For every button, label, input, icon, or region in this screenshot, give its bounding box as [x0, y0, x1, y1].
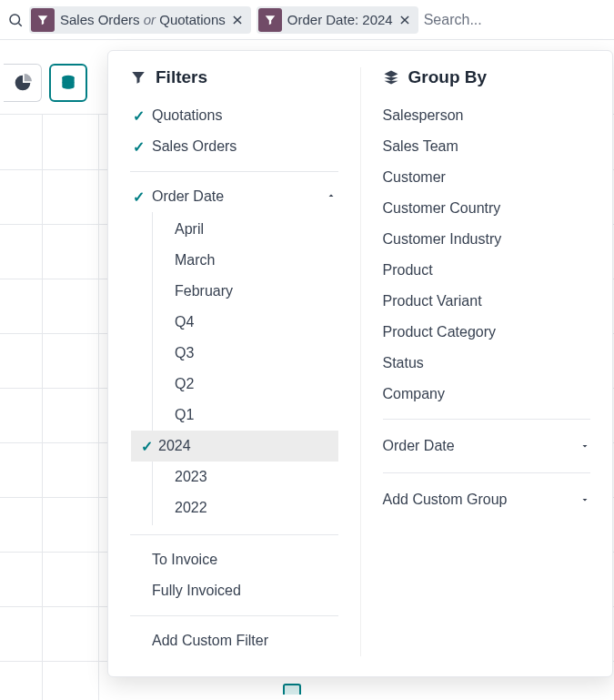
groupby-product[interactable]: Product — [383, 255, 591, 286]
chevron-down-icon — [579, 441, 590, 451]
separator — [130, 615, 338, 616]
order-date-2022[interactable]: 2022 — [153, 492, 338, 523]
separator — [383, 472, 591, 473]
groupby-title: Group By — [408, 67, 488, 87]
check-icon: ✓ — [130, 107, 146, 125]
filter-groupby-panel: Filters ✓ Quotations ✓ Sales Orders ✓ Or… — [107, 50, 613, 677]
order-date-april[interactable]: April — [153, 214, 338, 245]
view-database-button[interactable] — [49, 64, 87, 102]
add-custom-group-label: Add Custom Group — [383, 492, 508, 508]
funnel-icon — [258, 8, 282, 32]
funnel-icon — [130, 69, 146, 86]
filter-pill-order-date-2024[interactable]: Order Date: 2024 — [257, 6, 418, 34]
groupby-product-variant[interactable]: Product Variant — [383, 286, 591, 317]
order-date-options: April March February Q4 Q3 Q2 Q1 ✓2024 2… — [152, 212, 338, 525]
order-date-q3[interactable]: Q3 — [153, 338, 338, 369]
groupby-salesperson[interactable]: Salesperson — [383, 100, 591, 131]
filters-header: Filters — [130, 67, 338, 87]
groupby-customer[interactable]: Customer — [383, 162, 591, 193]
check-icon: ✓ — [140, 438, 153, 455]
chevron-down-icon — [579, 494, 590, 505]
chart-marker — [283, 684, 301, 695]
groupby-order-date[interactable]: Order Date — [383, 429, 591, 463]
separator — [130, 171, 338, 172]
filter-quotations[interactable]: ✓ Quotations — [130, 100, 338, 131]
order-date-february[interactable]: February — [153, 276, 338, 307]
filter-to-invoice[interactable]: To Invoice — [130, 544, 338, 575]
check-icon: ✓ — [130, 138, 146, 156]
filter-sales-orders[interactable]: ✓ Sales Orders — [130, 131, 338, 162]
add-custom-filter[interactable]: Add Custom Filter — [130, 625, 338, 656]
search-icon — [7, 12, 24, 28]
add-custom-group[interactable]: Add Custom Group — [383, 482, 591, 517]
search-bar: Sales Orders or Quotations Order Date: 2… — [0, 0, 614, 40]
groupby-company[interactable]: Company — [383, 379, 591, 410]
groupby-product-category[interactable]: Product Category — [383, 317, 591, 348]
svg-point-0 — [10, 15, 20, 25]
groupby-column: Group By Salesperson Sales Team Customer… — [361, 67, 613, 656]
groupby-sales-team[interactable]: Sales Team — [383, 131, 591, 162]
order-date-q4[interactable]: Q4 — [153, 307, 338, 338]
filters-title: Filters — [156, 67, 207, 87]
order-date-march[interactable]: March — [153, 245, 338, 276]
chevron-up-icon — [326, 190, 338, 203]
close-icon[interactable] — [231, 14, 244, 26]
groupby-order-date-label: Order Date — [383, 438, 455, 454]
order-date-q2[interactable]: Q2 — [153, 369, 338, 400]
filter-fully-invoiced[interactable]: Fully Invoiced — [130, 575, 338, 606]
order-date-2023[interactable]: 2023 — [153, 462, 338, 492]
groupby-header: Group By — [383, 67, 591, 87]
separator — [130, 534, 338, 535]
pill-text: Order Date: 2024 — [287, 12, 393, 27]
close-icon[interactable] — [398, 14, 411, 26]
filter-order-date[interactable]: ✓ Order Date — [130, 181, 338, 212]
groupby-customer-industry[interactable]: Customer Industry — [383, 224, 591, 255]
svg-line-1 — [18, 23, 21, 25]
filter-pill-sales-orders-quotations[interactable]: Sales Orders or Quotations — [29, 6, 251, 34]
order-date-q1[interactable]: Q1 — [153, 400, 338, 431]
check-icon: ✓ — [130, 188, 146, 206]
view-switcher — [0, 64, 87, 102]
view-pie-button[interactable] — [4, 64, 42, 102]
separator — [383, 419, 591, 420]
funnel-icon — [31, 8, 55, 32]
filters-column: Filters ✓ Quotations ✓ Sales Orders ✓ Or… — [108, 67, 361, 656]
order-date-2024[interactable]: ✓2024 — [131, 431, 338, 462]
search-input[interactable] — [424, 12, 607, 28]
groupby-customer-country[interactable]: Customer Country — [383, 193, 591, 224]
layers-icon — [383, 69, 399, 86]
groupby-status[interactable]: Status — [383, 348, 591, 379]
pill-text: Sales Orders or Quotations — [60, 12, 226, 27]
